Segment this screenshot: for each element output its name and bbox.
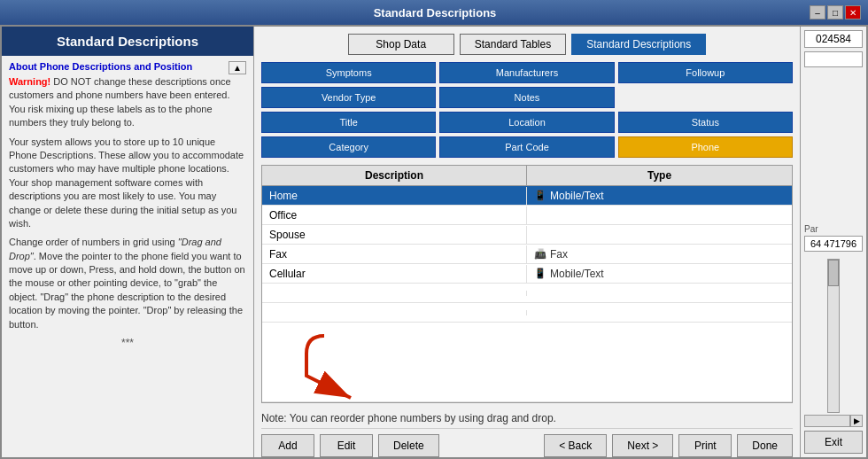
horizontal-scrollbar[interactable] <box>804 415 850 427</box>
desc-cell-office: Office <box>262 206 527 224</box>
category-grid: Symptoms Manufacturers Followup Vendor T… <box>261 62 793 158</box>
part-code-button[interactable]: Part Code <box>439 136 614 158</box>
type-cell-home: 📱 Mobile/Text <box>527 187 792 205</box>
type-cell-office <box>527 213 792 218</box>
sidebar-section-title: About Phone Descriptions and Position <box>9 61 192 72</box>
far-right-input1[interactable] <box>804 51 863 67</box>
done-button[interactable]: Done <box>737 434 793 457</box>
collapse-button[interactable]: ▲ <box>229 61 246 74</box>
note-text: Note: You can reorder phone numbers by u… <box>261 408 793 428</box>
vertical-scrollbar[interactable] <box>827 259 840 414</box>
type-label-cellular: Mobile/Text <box>550 268 604 280</box>
window-title: Standard Descriptions <box>60 6 810 19</box>
window-controls[interactable]: – □ ✕ <box>810 5 861 19</box>
type-label-fax: Fax <box>550 248 568 261</box>
desc-cell-empty2 <box>262 310 527 315</box>
standard-descriptions-button[interactable]: Standard Descriptions <box>571 34 706 55</box>
right-content: Shop Data Standard Tables Standard Descr… <box>254 27 800 457</box>
delete-button[interactable]: Delete <box>378 434 439 457</box>
table-row[interactable] <box>262 284 792 303</box>
table-row[interactable] <box>262 303 792 323</box>
type-cell-empty2 <box>527 310 792 315</box>
description-table: Description Type Home 📱 Mobile/Text Offi… <box>261 165 793 403</box>
sidebar-paragraph-3: Change order of numbers in grid using "D… <box>9 236 246 331</box>
notes-button[interactable]: Notes <box>439 87 614 108</box>
far-right-number2: 64 471796 <box>804 236 863 252</box>
left-sidebar: Standard Descriptions About Phone Descri… <box>2 27 254 457</box>
type-cell-spouse <box>527 232 792 237</box>
print-button[interactable]: Print <box>678 434 732 457</box>
status-button[interactable]: Status <box>618 112 793 133</box>
section-header-row: About Phone Descriptions and Position ▲ <box>9 61 246 75</box>
desc-cell-empty1 <box>262 291 527 296</box>
scrollbar-thumb[interactable] <box>828 260 839 286</box>
desc-cell-spouse: Spouse <box>262 226 527 244</box>
phone-icon: 📱 <box>534 190 546 201</box>
type-cell-cellular: 📱 Mobile/Text <box>527 265 792 283</box>
vendor-type-button[interactable]: Vendor Type <box>261 87 436 108</box>
italic-text: "Drag and Drop" <box>9 237 221 261</box>
desc-cell-cellular: Cellular <box>262 265 527 283</box>
drag-drop-arrow <box>298 327 404 402</box>
col-header-description: Description <box>262 166 527 185</box>
manufacturers-button[interactable]: Manufacturers <box>439 62 614 83</box>
location-button[interactable]: Location <box>439 112 614 133</box>
symptoms-button[interactable]: Symptoms <box>261 62 436 83</box>
desc-cell-fax: Fax <box>262 245 527 263</box>
fax-icon: 📠 <box>534 248 546 260</box>
horizontal-scrollbar-container: ▶ <box>804 415 863 427</box>
sidebar-paragraph-2: Your system allows you to store up to 10… <box>9 136 246 231</box>
close-button[interactable]: ✕ <box>845 5 861 19</box>
sidebar-header: Standard Descriptions <box>2 27 253 56</box>
main-window: Standard Descriptions About Phone Descri… <box>0 25 868 459</box>
top-nav: Shop Data Standard Tables Standard Descr… <box>261 34 793 55</box>
far-right-number1: 024584 <box>804 30 863 48</box>
sidebar-paragraph-1: Warning! DO NOT change these description… <box>9 75 246 130</box>
warning-label: Warning! <box>9 76 50 87</box>
next-button[interactable]: Next > <box>612 434 673 457</box>
table-body[interactable]: Home 📱 Mobile/Text Office Spouse <box>262 186 792 402</box>
back-button[interactable]: < Back <box>544 434 607 457</box>
maximize-button[interactable]: □ <box>827 5 843 19</box>
table-row[interactable]: Fax 📠 Fax <box>262 245 792 264</box>
sidebar-content: About Phone Descriptions and Position ▲ … <box>2 56 253 457</box>
sidebar-stars: *** <box>9 337 246 349</box>
far-right-panel: 024584 Par 64 471796 ▶ Exit <box>800 27 866 457</box>
shop-data-button[interactable]: Shop Data <box>348 34 454 55</box>
table-row[interactable]: Cellular 📱 Mobile/Text <box>262 264 792 284</box>
type-cell-empty1 <box>527 291 792 296</box>
table-row[interactable]: Home 📱 Mobile/Text <box>262 186 792 206</box>
type-label-home: Mobile/Text <box>550 190 604 202</box>
bottom-buttons: Add Edit Delete < Back Next > Print Done <box>261 428 793 457</box>
col-header-type: Type <box>527 166 792 185</box>
followup-button[interactable]: Followup <box>618 62 793 83</box>
table-row[interactable]: Spouse <box>262 225 792 245</box>
minimize-button[interactable]: – <box>810 5 825 19</box>
table-row[interactable]: Office <box>262 206 792 225</box>
table-header: Description Type <box>262 166 792 186</box>
arrow-area <box>262 323 792 402</box>
far-right-label-par: Par <box>804 224 863 234</box>
mobile-icon: 📱 <box>534 268 546 279</box>
edit-button[interactable]: Edit <box>320 434 373 457</box>
exit-button[interactable]: Exit <box>804 431 863 454</box>
add-button[interactable]: Add <box>261 434 314 457</box>
phone-button[interactable]: Phone <box>618 136 793 158</box>
type-cell-fax: 📠 Fax <box>527 245 792 263</box>
title-bar: Standard Descriptions – □ ✕ <box>0 0 868 25</box>
title-button[interactable]: Title <box>261 112 436 133</box>
desc-cell-home: Home <box>262 187 527 205</box>
category-button[interactable]: Category <box>261 136 436 158</box>
scroll-right-button[interactable]: ▶ <box>850 415 863 427</box>
standard-tables-button[interactable]: Standard Tables <box>460 34 567 55</box>
